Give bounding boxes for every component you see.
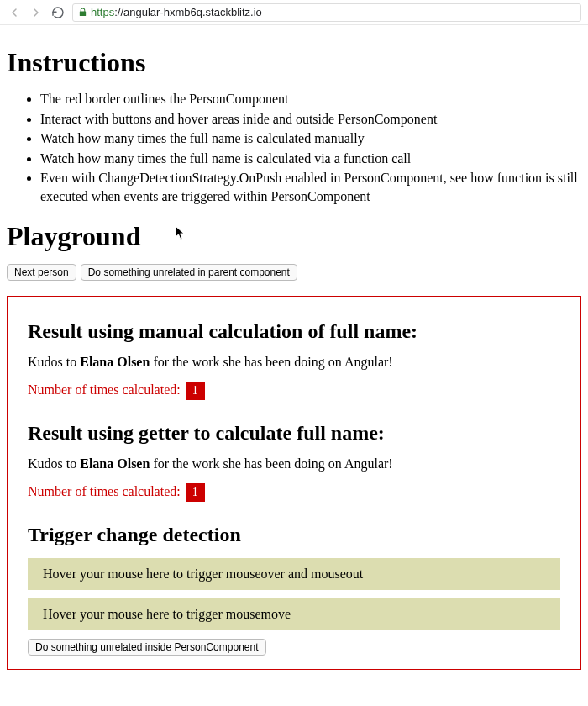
list-item: The red border outlines the PersonCompon… — [40, 90, 581, 108]
inner-button-row: Do something unrelated inside PersonComp… — [28, 639, 560, 656]
url-text: https://angular-hxmb6q.stackblitz.io — [91, 6, 262, 18]
back-icon[interactable] — [7, 5, 22, 20]
kudos-prefix: Kudos to — [28, 355, 80, 369]
do-unrelated-inside-button[interactable]: Do something unrelated inside PersonComp… — [28, 639, 266, 656]
trigger-heading: Trigger change detection — [28, 524, 560, 546]
hover-area-label: Hover your mouse here to trigger mouseov… — [43, 566, 363, 581]
url-scheme: https — [91, 6, 114, 18]
person-name: Elana Olsen — [80, 456, 150, 471]
getter-heading: Result using getter to calculate full na… — [28, 422, 560, 445]
count-label: Number of times calculated: — [28, 382, 184, 397]
manual-kudos-line: Kudos to Elana Olsen for the work she ha… — [28, 355, 560, 370]
count-label: Number of times calculated: — [28, 484, 184, 498]
forward-icon[interactable] — [29, 5, 44, 20]
list-item: Even with ChangeDetectionStrategy.OnPush… — [40, 169, 581, 205]
getter-count-line: Number of times calculated: 1 — [28, 483, 560, 502]
playground-heading: Playground — [7, 221, 581, 252]
kudos-suffix: for the work she has been doing on Angul… — [150, 355, 392, 369]
manual-heading: Result using manual calculation of full … — [28, 320, 560, 343]
getter-kudos-line: Kudos to Elana Olsen for the work she ha… — [28, 456, 560, 472]
browser-toolbar: https://angular-hxmb6q.stackblitz.io — [0, 0, 588, 25]
person-name: Elana Olsen — [80, 355, 150, 369]
parent-button-row: Next person Do something unrelated in pa… — [7, 264, 581, 281]
address-bar[interactable]: https://angular-hxmb6q.stackblitz.io — [72, 3, 581, 22]
instructions-list: The red border outlines the PersonCompon… — [7, 90, 581, 206]
hover-area-mousemove[interactable]: Hover your mouse here to trigger mousemo… — [28, 598, 560, 630]
url-rest: ://angular-hxmb6q.stackblitz.io — [114, 6, 262, 18]
hover-area-mouseover[interactable]: Hover your mouse here to trigger mouseov… — [28, 558, 560, 590]
hover-area-label: Hover your mouse here to trigger mousemo… — [43, 607, 291, 621]
reload-icon[interactable] — [50, 5, 66, 20]
kudos-suffix: for the work she has been doing on Angul… — [150, 456, 392, 471]
list-item: Watch how many times the full name is ca… — [40, 150, 581, 168]
list-item: Watch how many times the full name is ca… — [40, 129, 581, 148]
instructions-heading: Instructions — [7, 47, 581, 78]
count-badge: 1 — [186, 382, 205, 400]
manual-count-line: Number of times calculated: 1 — [28, 382, 560, 400]
list-item: Interact with buttons and hover areas in… — [40, 110, 581, 129]
page-content: Instructions The red border outlines the… — [0, 25, 588, 687]
count-badge: 1 — [186, 483, 205, 502]
next-person-button[interactable]: Next person — [7, 264, 76, 281]
person-component: Result using manual calculation of full … — [7, 296, 581, 670]
lock-icon — [78, 8, 87, 17]
kudos-prefix: Kudos to — [28, 456, 80, 471]
do-unrelated-parent-button[interactable]: Do something unrelated in parent compone… — [81, 264, 297, 281]
